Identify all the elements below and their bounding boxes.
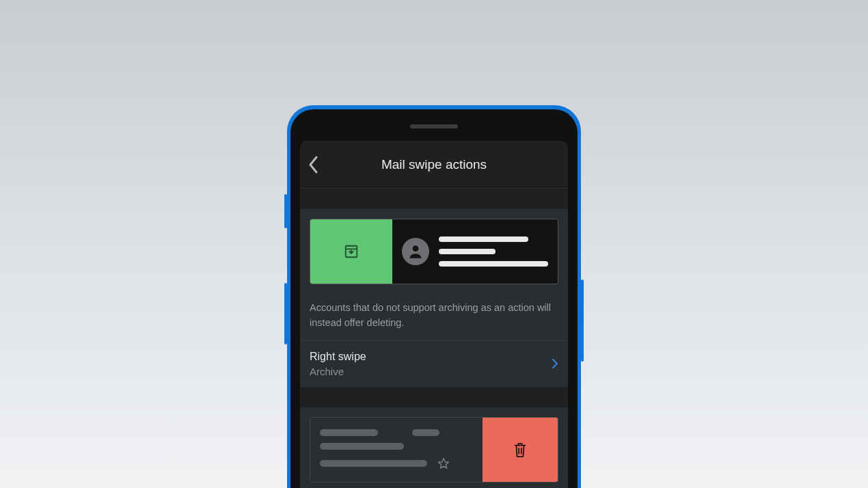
left-swipe-section: [300, 407, 568, 489]
archive-icon: [344, 244, 359, 259]
star-icon: [437, 457, 450, 470]
page-title: Mail swipe actions: [381, 157, 487, 172]
svg-point-2: [413, 245, 419, 252]
phone-side-button: [581, 280, 584, 362]
right-swipe-section: Accounts that do not support archiving a…: [300, 209, 568, 387]
setting-label: Right swipe: [310, 351, 366, 363]
left-swipe-preview: [310, 417, 558, 483]
right-swipe-preview: [310, 219, 558, 284]
chevron-right-icon: [552, 358, 558, 369]
trash-icon: [513, 442, 528, 458]
person-icon: [407, 243, 424, 260]
phone-frame: Mail swipe actions: [287, 105, 581, 488]
avatar-placeholder: [402, 238, 429, 265]
screen: Mail swipe actions: [300, 141, 568, 488]
setting-value: Archive: [310, 366, 366, 377]
header-bar: Mail swipe actions: [300, 141, 568, 189]
swipe-reveal-area: [310, 219, 392, 284]
chevron-left-icon: [308, 155, 320, 174]
mail-row-preview: [310, 418, 483, 482]
right-swipe-setting[interactable]: Right swipe Archive: [300, 340, 568, 387]
swipe-reveal-area: [483, 418, 558, 482]
phone-bezel: Mail swipe actions: [290, 109, 578, 488]
back-button[interactable]: [304, 155, 323, 174]
phone-speaker: [410, 124, 458, 128]
mail-row-preview: [392, 219, 558, 284]
right-swipe-hint: Accounts that do not support archiving a…: [300, 294, 568, 340]
text-placeholder-lines: [439, 236, 548, 267]
